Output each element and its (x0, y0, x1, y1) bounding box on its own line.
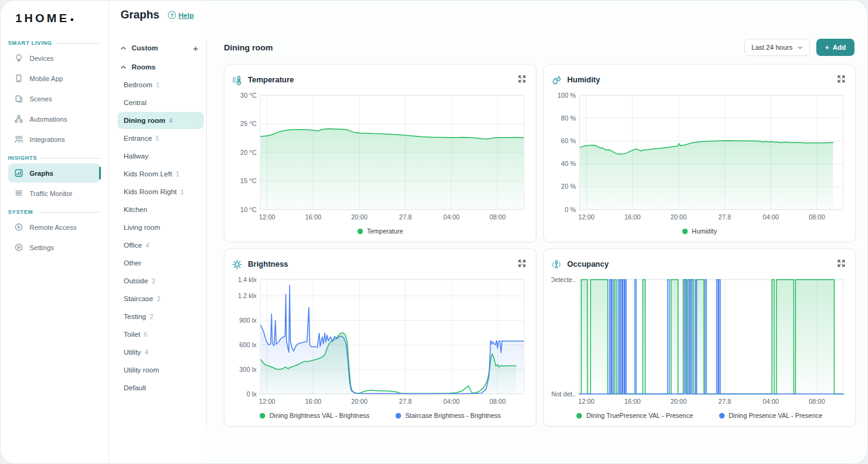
sidebar-item-label: Mobile App (30, 75, 63, 82)
room-name: Dining room (124, 117, 165, 124)
legend-dot (576, 413, 582, 419)
legend-item[interactable]: Temperature (357, 227, 404, 235)
svg-text:20:00: 20:00 (671, 398, 687, 405)
svg-text:0 lx: 0 lx (247, 390, 257, 398)
logo-dot (71, 18, 73, 21)
sidebar-item-label: Traffic Monitor (30, 190, 73, 197)
room-item-staircase[interactable]: Staircase2 (117, 290, 204, 307)
bulb-icon (14, 53, 23, 63)
traffic-icon (14, 189, 23, 198)
svg-text:0 %: 0 % (565, 206, 576, 213)
svg-text:20:00: 20:00 (351, 213, 367, 221)
sidebar-item-devices[interactable]: Devices (8, 49, 101, 68)
room-item-office[interactable]: Office4 (117, 237, 204, 254)
svg-text:600 lx: 600 lx (239, 341, 257, 348)
svg-text:16:00: 16:00 (305, 213, 321, 221)
room-count: 1 (156, 82, 160, 88)
group-custom-label: Custom (132, 44, 185, 52)
room-count: 1 (180, 189, 184, 195)
chart-title: Humidity (567, 76, 831, 84)
svg-text:16:00: 16:00 (305, 398, 321, 405)
room-name: Bedroom (124, 81, 153, 88)
room-item-bedroom[interactable]: Bedroom1 (117, 76, 204, 93)
room-item-utility[interactable]: Utility4 (117, 344, 204, 361)
room-item-other[interactable]: Other (117, 254, 204, 272)
room-item-kids-room-right[interactable]: Kids Room Right1 (117, 183, 204, 200)
sidebar-item-remote-access[interactable]: Remote Access (8, 218, 101, 237)
room-name: Utility room (124, 366, 159, 374)
svg-text:12:00: 12:00 (578, 213, 594, 221)
room-item-default[interactable]: Default (117, 379, 204, 396)
legend-item[interactable]: Humidity (682, 227, 717, 235)
svg-text:20 %: 20 % (561, 183, 576, 190)
room-name: Entrance (124, 135, 152, 142)
svg-text:1.4 klx: 1.4 klx (238, 276, 257, 283)
chart-canvas-humidity: 100 %80 %60 %40 %20 %0 %12:0016:0020:002… (551, 89, 848, 226)
app-window: 1HOME SMART LIVINGDevicesMobile AppScene… (0, 0, 868, 464)
time-range-value: Last 24 hours (752, 44, 793, 51)
room-item-kids-room-left[interactable]: Kids Room Left1 (117, 165, 204, 183)
legend-dot (260, 413, 265, 419)
sidebar-item-integrations[interactable]: Integrations (8, 130, 101, 149)
svg-text:80 %: 80 % (561, 114, 576, 122)
chart-canvas-temperature: 30 °C25 °C20 °C15 °C10 °C12:0016:0020:00… (232, 89, 528, 226)
group-rooms[interactable]: Rooms (117, 58, 204, 76)
svg-text:12:00: 12:00 (259, 213, 275, 221)
chevron-up-icon (120, 64, 127, 71)
chart-legend: Temperature (232, 227, 528, 235)
legend-item[interactable]: Dining Presence VAL - Presence (719, 412, 822, 419)
add-button[interactable]: +Add (816, 39, 854, 56)
room-heading: Dining room (224, 43, 744, 52)
room-item-living-room[interactable]: Living room (117, 219, 204, 236)
room-item-hallway[interactable]: Hallway (117, 147, 204, 165)
room-item-testing[interactable]: Testing2 (117, 308, 204, 325)
expand-icon (837, 74, 846, 84)
legend-item[interactable]: Staircase Brightness - Brightness (396, 412, 501, 419)
expand-button[interactable] (837, 259, 848, 270)
plus-icon: + (825, 44, 829, 51)
page-title: Graphs (121, 9, 159, 22)
svg-text:60 %: 60 % (561, 137, 576, 144)
svg-text:25 °C: 25 °C (241, 120, 257, 127)
expand-button[interactable] (517, 74, 528, 85)
room-item-toilet[interactable]: Toilet6 (117, 326, 204, 343)
group-custom[interactable]: Custom + (117, 37, 204, 58)
room-item-entrance[interactable]: Entrance5 (117, 130, 204, 147)
remote-access-icon (14, 222, 23, 232)
sidebar-section-label: SMART LIVING (8, 40, 101, 46)
sidebar-item-scenes[interactable]: Scenes (8, 89, 101, 108)
help-link[interactable]: ? Help (168, 11, 194, 19)
room-item-dining-room[interactable]: Dining room4 (117, 112, 204, 129)
expand-button[interactable] (517, 259, 528, 270)
integrations-icon (14, 135, 23, 144)
chart-canvas-brightness: 1.4 klx1.2 klx900 lx600 lx300 lx0 lx12:0… (232, 273, 528, 410)
legend-item[interactable]: Dining Brightness VAL - Brightness (260, 412, 370, 419)
room-item-outside[interactable]: Outside2 (117, 272, 204, 289)
chart-legend: Dining Brightness VAL - BrightnessStairc… (232, 412, 528, 419)
svg-text:900 lx: 900 lx (239, 317, 257, 324)
svg-text:04:00: 04:00 (763, 398, 779, 405)
sidebar-item-traffic-monitor[interactable]: Traffic Monitor (8, 184, 101, 203)
sidebar-item-mobile-app[interactable]: Mobile App (8, 69, 101, 88)
sun-icon (232, 259, 242, 270)
sidebar-item-automations[interactable]: Automations (8, 109, 101, 128)
expand-button[interactable] (837, 74, 848, 85)
chart-card-humidity: Humidity100 %80 %60 %40 %20 %0 %12:0016:… (543, 64, 856, 242)
sidebar-section-label: INSIGHTS (8, 155, 101, 161)
sidebar-item-settings[interactable]: Settings (8, 238, 101, 257)
add-custom-graph-button[interactable]: + (190, 42, 201, 53)
legend-item[interactable]: Dining TruePresence VAL - Presence (576, 412, 693, 419)
room-item-kitchen[interactable]: Kitchen (117, 201, 204, 218)
chart-title: Temperature (248, 76, 512, 84)
chart-card-temperature: Temperature30 °C25 °C20 °C15 °C10 °C12:0… (224, 64, 536, 242)
room-item-utility-room[interactable]: Utility room (117, 361, 204, 379)
room-item-central[interactable]: Central (117, 94, 204, 111)
svg-text:04:00: 04:00 (763, 213, 779, 221)
legend-label: Temperature (367, 227, 404, 235)
legend-label: Humidity (692, 227, 717, 235)
chart-card-brightness: Brightness1.4 klx1.2 klx900 lx600 lx300 … (224, 248, 536, 427)
time-range-select[interactable]: Last 24 hours (744, 39, 811, 56)
sidebar-item-graphs[interactable]: Graphs (8, 163, 101, 183)
legend-label: Dining TruePresence VAL - Presence (586, 412, 693, 419)
room-name: Testing (124, 313, 146, 320)
